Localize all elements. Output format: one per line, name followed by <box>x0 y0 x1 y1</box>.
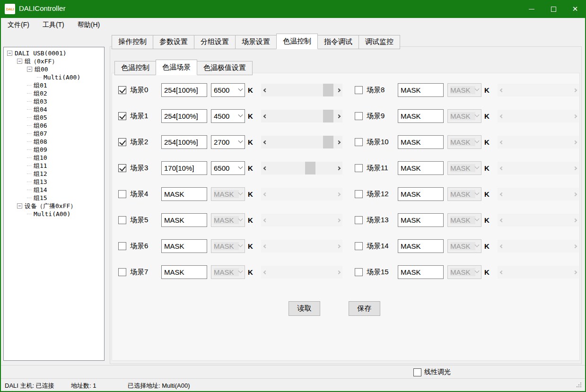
tree-collapse-icon[interactable] <box>17 59 22 64</box>
tree-item[interactable]: 组05 <box>4 113 104 122</box>
tree-item[interactable]: 组06 <box>4 122 104 130</box>
scroll-left-button[interactable] <box>261 214 269 226</box>
tree-collapse-icon[interactable] <box>17 203 22 209</box>
main-tab-1[interactable]: 参数设置 <box>153 35 194 49</box>
scene-level-input[interactable] <box>161 239 207 253</box>
scene-enable-checkbox[interactable] <box>118 242 126 250</box>
scene-level-input[interactable] <box>161 83 207 97</box>
scene-level-input[interactable] <box>398 161 444 175</box>
scene-temp-scrollbar[interactable] <box>261 214 342 226</box>
scene-enable-checkbox[interactable] <box>355 242 363 250</box>
tree-item[interactable]: 组15 <box>4 194 104 202</box>
minimize-button[interactable] <box>521 0 542 18</box>
scene-level-input[interactable] <box>161 265 207 279</box>
scene-enable-checkbox[interactable] <box>118 216 126 224</box>
tree-item[interactable]: 组14 <box>4 186 104 194</box>
scene-level-input[interactable] <box>161 161 207 175</box>
tree-item[interactable]: 设备（广播0xFF） <box>4 202 104 210</box>
tree-item[interactable]: 组09 <box>4 146 104 154</box>
scene-level-input[interactable] <box>398 109 444 123</box>
device-tree-panel[interactable]: DALI USB(0001)组（0xFF）组00Multi(A00)组01组02… <box>3 47 105 361</box>
scroll-left-button[interactable] <box>498 214 506 226</box>
maximize-button[interactable] <box>542 0 564 18</box>
tree-item[interactable]: Multi(A00) <box>4 210 104 218</box>
scroll-left-button[interactable] <box>498 266 506 279</box>
tree-collapse-icon[interactable] <box>27 67 32 72</box>
menu-item-2[interactable]: 帮助(H) <box>71 18 106 32</box>
tree-item[interactable]: 组00 <box>4 65 104 73</box>
tree-item[interactable]: 组13 <box>4 178 104 186</box>
resize-grip-icon[interactable] <box>580 386 581 387</box>
scene-enable-checkbox[interactable] <box>118 112 126 120</box>
scene-level-input[interactable] <box>161 135 207 149</box>
linear-dimming-checkbox[interactable] <box>413 368 421 376</box>
scene-level-input[interactable] <box>398 213 444 227</box>
scene-temp-scrollbar[interactable] <box>498 84 579 96</box>
scene-enable-checkbox[interactable] <box>118 268 126 276</box>
sub-tab-1[interactable]: 色温场景 <box>156 60 197 75</box>
scene-temp-dropdown[interactable]: MASK <box>447 109 481 123</box>
scene-temp-scrollbar[interactable] <box>498 214 579 226</box>
tree-item[interactable]: 组01 <box>4 81 104 89</box>
scene-temp-scrollbar[interactable] <box>498 240 579 253</box>
scroll-left-button[interactable] <box>261 110 269 122</box>
scroll-left-button[interactable] <box>261 162 269 174</box>
scene-temp-dropdown[interactable]: MASK <box>447 239 481 253</box>
tree-item[interactable]: 组03 <box>4 97 104 105</box>
main-tab-0[interactable]: 操作控制 <box>112 35 153 49</box>
tree-item[interactable]: 组11 <box>4 162 104 170</box>
main-tab-3[interactable]: 场景设置 <box>235 35 277 49</box>
scene-temp-dropdown[interactable]: MASK <box>211 187 245 201</box>
scene-enable-checkbox[interactable] <box>355 268 363 276</box>
scene-temp-scrollbar[interactable] <box>498 162 579 174</box>
scene-level-input[interactable] <box>398 135 444 149</box>
scene-temp-dropdown[interactable]: MASK <box>447 161 481 175</box>
scene-level-input[interactable] <box>398 83 444 97</box>
scroll-left-button[interactable] <box>498 110 506 122</box>
sub-tab-2[interactable]: 色温极值设置 <box>197 61 253 75</box>
scroll-right-button[interactable] <box>334 240 342 253</box>
scene-temp-scrollbar[interactable] <box>498 266 579 279</box>
scroll-right-button[interactable] <box>334 266 342 279</box>
tree-item[interactable]: 组10 <box>4 154 104 162</box>
scene-enable-checkbox[interactable] <box>118 164 126 172</box>
scroll-right-button[interactable] <box>571 136 579 148</box>
close-button[interactable]: ✕ <box>564 0 586 18</box>
scroll-left-button[interactable] <box>498 136 506 148</box>
scroll-left-button[interactable] <box>261 188 269 200</box>
scene-temp-scrollbar[interactable] <box>498 110 579 122</box>
scene-temp-dropdown[interactable]: MASK <box>447 265 481 279</box>
scrollbar-thumb[interactable] <box>323 84 333 96</box>
scroll-left-button[interactable] <box>261 266 269 279</box>
scroll-right-button[interactable] <box>334 110 342 122</box>
menu-item-0[interactable]: 文件(F) <box>1 18 36 32</box>
scene-level-input[interactable] <box>161 109 207 123</box>
scene-temp-scrollbar[interactable] <box>261 110 342 122</box>
scene-temp-scrollbar[interactable] <box>261 162 342 174</box>
scene-enable-checkbox[interactable] <box>118 86 126 94</box>
scroll-right-button[interactable] <box>334 188 342 200</box>
main-tab-5[interactable]: 指令调试 <box>317 35 359 49</box>
scroll-right-button[interactable] <box>571 84 579 96</box>
scene-temp-scrollbar[interactable] <box>498 136 579 148</box>
scroll-left-button[interactable] <box>498 188 506 200</box>
scrollbar-thumb[interactable] <box>323 136 333 148</box>
tree-item[interactable]: 组08 <box>4 138 104 146</box>
menu-item-1[interactable]: 工具(T) <box>36 18 71 32</box>
scene-enable-checkbox[interactable] <box>355 190 363 198</box>
scene-enable-checkbox[interactable] <box>355 164 363 172</box>
scene-temp-scrollbar[interactable] <box>498 188 579 200</box>
scroll-left-button[interactable] <box>261 240 269 253</box>
scene-enable-checkbox[interactable] <box>355 112 363 120</box>
scroll-left-button[interactable] <box>498 240 506 253</box>
scroll-right-button[interactable] <box>334 136 342 148</box>
scene-enable-checkbox[interactable] <box>355 86 363 94</box>
scene-temp-dropdown[interactable]: MASK <box>447 83 481 97</box>
scene-temp-dropdown[interactable]: MASK <box>211 265 245 279</box>
scene-temp-dropdown[interactable]: 2700 <box>211 135 245 149</box>
scroll-right-button[interactable] <box>571 162 579 174</box>
scene-temp-dropdown[interactable]: 6500 <box>211 161 245 175</box>
scroll-right-button[interactable] <box>571 240 579 253</box>
scroll-right-button[interactable] <box>571 110 579 122</box>
scene-temp-scrollbar[interactable] <box>261 136 342 148</box>
